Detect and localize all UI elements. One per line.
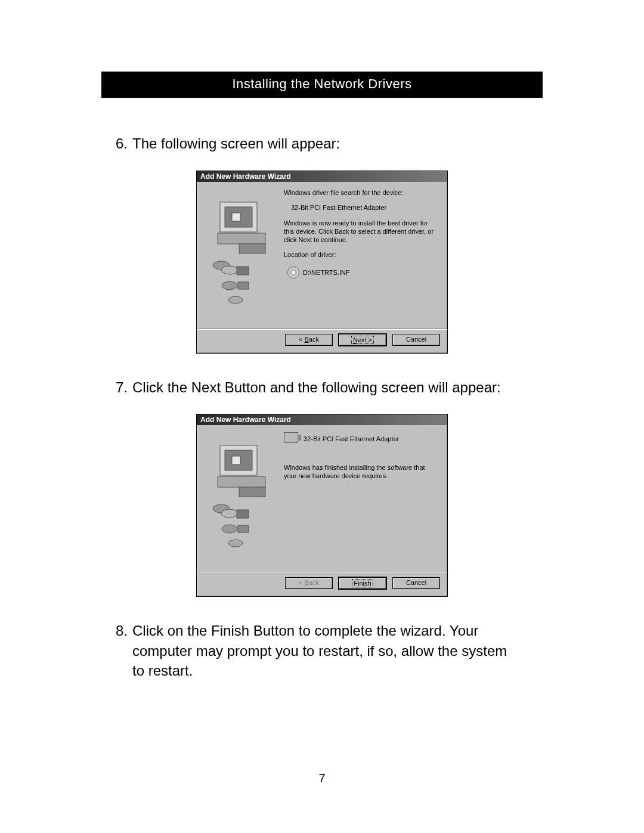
step-6-number: 6.	[101, 134, 132, 154]
svg-point-21	[228, 540, 243, 547]
back-button: < Back	[285, 577, 333, 589]
cd-icon	[287, 267, 299, 278]
wizard1-device: 32-Bit PCI Fast Ethernet Adapter	[284, 204, 439, 212]
step-7: 7. Click the Next Button and the followi…	[101, 377, 543, 398]
step-8: 8. Click on the Finish Button to complet…	[101, 621, 543, 681]
svg-point-17	[221, 509, 238, 518]
svg-rect-7	[237, 267, 249, 275]
wizard-dialog: Add New Hardware Wizard	[196, 171, 448, 354]
step-6-text: The following screen will appear:	[132, 134, 514, 154]
wizard1-line2: Windows is now ready to install the best…	[284, 219, 439, 244]
svg-point-8	[222, 281, 237, 290]
wizard1-loc-label: Location of driver:	[284, 251, 439, 259]
wizard2-line1: Windows has finished installing the soft…	[284, 464, 439, 481]
wizard-art-icon	[205, 189, 277, 326]
step-7-number: 7.	[101, 377, 132, 398]
svg-rect-13	[232, 456, 240, 465]
svg-point-19	[222, 525, 237, 533]
svg-rect-3	[218, 233, 265, 244]
step-8-text: Click on the Finish Button to complete t…	[132, 621, 514, 681]
wizard-dialog: Add New Hardware Wizard	[196, 414, 448, 597]
wizard-art-icon	[205, 432, 277, 569]
back-button[interactable]: < Back	[285, 334, 333, 346]
svg-point-10	[228, 296, 243, 304]
cancel-button[interactable]: Cancel	[392, 334, 440, 346]
wizard2-device: 32-Bit PCI Fast Ethernet Adapter	[304, 435, 399, 442]
step-8-number: 8.	[101, 621, 132, 681]
svg-rect-14	[218, 476, 265, 487]
cancel-button[interactable]: Cancel	[392, 577, 440, 589]
next-button[interactable]: Next >	[339, 334, 386, 346]
svg-rect-15	[239, 487, 265, 497]
wizard1-loc-value: D:\NETRTS.INF	[303, 269, 350, 276]
step-6: 6. The following screen will appear:	[101, 134, 543, 154]
nic-icon	[284, 432, 298, 443]
svg-rect-18	[237, 510, 249, 518]
wizard-titlebar: Add New Hardware Wizard	[197, 414, 447, 425]
svg-rect-4	[239, 244, 265, 253]
page-number: 7	[0, 772, 644, 785]
section-header: Installing the Network Drivers	[101, 72, 543, 98]
svg-rect-9	[238, 282, 249, 289]
svg-rect-20	[238, 525, 249, 532]
svg-point-6	[221, 266, 238, 274]
wizard-titlebar: Add New Hardware Wizard	[197, 171, 447, 182]
finish-button[interactable]: Finish	[339, 577, 386, 589]
svg-rect-2	[232, 213, 240, 221]
wizard1-line1: Windows driver file search for the devic…	[284, 189, 439, 197]
step-7-text: Click the Next Button and the following …	[132, 377, 514, 398]
